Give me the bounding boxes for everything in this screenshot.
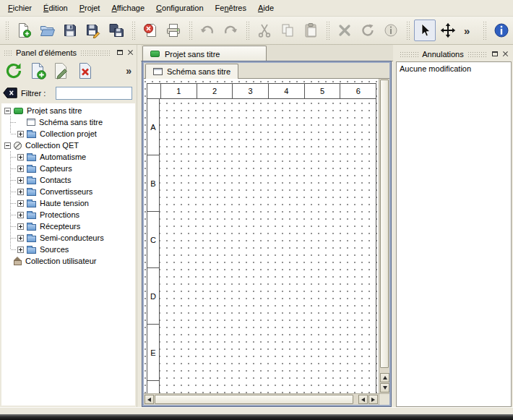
column-header-label: 3: [232, 84, 268, 98]
undo-panel-titlebar[interactable]: Annulations: [397, 48, 510, 59]
move-mode-button[interactable]: [437, 20, 459, 41]
save-as-button[interactable]: [82, 20, 104, 41]
tree-expander-plus-icon[interactable]: [17, 166, 24, 172]
diagram-canvas[interactable]: 123456 ABCDE: [144, 79, 379, 393]
row-header-label: C: [147, 212, 159, 268]
menu-edition[interactable]: Édition: [38, 0, 74, 16]
toolbar-drag-handle[interactable]: [5, 21, 9, 40]
copy-button[interactable]: [277, 20, 298, 41]
scroll-up-button[interactable]: [380, 373, 389, 382]
new-document-icon: [16, 22, 32, 38]
redo-button[interactable]: [220, 20, 241, 41]
tree-item-convertisseurs[interactable]: Convertisseurs: [1, 186, 135, 197]
clear-filter-button[interactable]: [3, 87, 17, 98]
filter-input[interactable]: [56, 87, 132, 100]
toolbar-drag-handle[interactable]: [406, 21, 410, 40]
tree-expander-plus-icon[interactable]: [17, 189, 24, 195]
horizontal-scrollbar-thumb[interactable]: [155, 395, 353, 404]
vertical-scrollbar-thumb[interactable]: [380, 80, 389, 368]
tree-expander-plus-icon[interactable]: [17, 177, 24, 184]
tree-item-projet-sans-titre[interactable]: Projet sans titre: [1, 105, 135, 116]
tree-item-haute-tension[interactable]: Haute tension: [1, 197, 135, 209]
paste-button[interactable]: [300, 20, 322, 41]
horizontal-scrollbar[interactable]: [144, 393, 379, 405]
print-button[interactable]: [163, 20, 184, 41]
tree-expander-plus-icon[interactable]: [17, 131, 24, 137]
about-info-button[interactable]: [491, 20, 512, 41]
close-file-button[interactable]: [139, 20, 161, 41]
tree-item-collection-qet[interactable]: Collection QET: [1, 140, 135, 151]
scroll-down-button[interactable]: [380, 383, 389, 393]
float-icon: [492, 51, 498, 56]
cut-button[interactable]: [254, 20, 275, 41]
tree-item-collection-projet[interactable]: Collection projet: [1, 128, 135, 140]
column-header-label: 1: [160, 84, 197, 98]
menu-projet[interactable]: Projet: [74, 0, 106, 16]
dock-float-button[interactable]: [115, 48, 124, 57]
scroll-right-button[interactable]: [368, 395, 378, 404]
toolbar-drag-handle[interactable]: [132, 21, 135, 40]
menu-fenetres[interactable]: Fenêtres: [210, 0, 252, 16]
new-document-button[interactable]: [13, 20, 35, 41]
toolbar-drag-handle[interactable]: [189, 21, 192, 40]
save-button[interactable]: [59, 20, 81, 41]
undo-button[interactable]: [197, 20, 218, 41]
delete-element-button[interactable]: [74, 60, 96, 82]
tree-expander-minus-icon[interactable]: [4, 142, 11, 149]
rotate-button[interactable]: [357, 20, 379, 41]
select-mode-button[interactable]: [414, 20, 436, 41]
schema-icon: [153, 68, 163, 75]
menu-affichage[interactable]: Affichage: [105, 0, 150, 16]
scroll-left-button-2[interactable]: [358, 395, 368, 404]
menu-aide[interactable]: Aide: [252, 0, 280, 16]
open-document-button[interactable]: [36, 20, 58, 41]
dock-float-button[interactable]: [490, 49, 499, 59]
tree-item-protections[interactable]: Protections: [1, 209, 135, 220]
element-infos-button[interactable]: [380, 20, 402, 41]
status-bar: [0, 407, 513, 414]
tree-expander-plus-icon[interactable]: [17, 223, 24, 230]
toolbar-overflow-chevron[interactable]: »: [461, 25, 473, 37]
reload-collections-button[interactable]: [3, 60, 25, 82]
toolbar-drag-handle[interactable]: [483, 21, 486, 40]
tree-expander-minus-icon[interactable]: [4, 108, 11, 114]
scrollbar-track[interactable]: [354, 395, 358, 404]
dock-close-button[interactable]: [126, 48, 135, 57]
scrollbar-track[interactable]: [380, 369, 389, 372]
column-header-label: 6: [340, 84, 376, 98]
tree-item-contacts[interactable]: Contacts: [1, 174, 135, 186]
panel-overflow-chevron[interactable]: »: [124, 65, 134, 77]
scroll-left-button[interactable]: [145, 395, 154, 404]
vertical-scrollbar[interactable]: [379, 79, 389, 393]
tree-item-recepteurs[interactable]: Récepteurs: [1, 220, 135, 232]
tree-expander-plus-icon[interactable]: [17, 235, 24, 241]
toolbar-drag-handle[interactable]: [326, 21, 329, 40]
element-tree[interactable]: Projet sans titreSchéma sans titreCollec…: [1, 103, 135, 406]
tree-item-schema-sans-titre[interactable]: Schéma sans titre: [1, 116, 135, 128]
menu-configuration[interactable]: Configuration: [150, 0, 209, 16]
tree-item-sources[interactable]: Sources: [1, 244, 135, 255]
tree-item-collection-utilisateur[interactable]: Collection utilisateur: [1, 255, 135, 267]
tree-item-semi-conducteurs[interactable]: Semi-conducteurs: [1, 232, 135, 244]
tree-item-capteurs[interactable]: Capteurs: [1, 163, 135, 174]
elements-panel-titlebar[interactable]: Panel d'éléments: [1, 47, 135, 58]
menu-fichier[interactable]: Fichier: [2, 0, 38, 16]
tab-projet-sans-titre[interactable]: Projet sans titre: [142, 46, 267, 61]
tree-item-label: Protections: [37, 210, 79, 219]
dock-handle-dots: [4, 49, 12, 56]
dock-close-button[interactable]: [501, 49, 510, 59]
edit-element-button[interactable]: [51, 60, 72, 82]
project-icon: [150, 51, 160, 57]
tree-expander-plus-icon[interactable]: [17, 154, 24, 160]
tab-schema-sans-titre[interactable]: Schéma sans titre: [145, 64, 238, 79]
tree-item-automatisme[interactable]: Automatisme: [1, 151, 135, 163]
tree-item-label: Haute tension: [37, 199, 89, 207]
undo-list[interactable]: Aucune modification: [396, 61, 512, 407]
new-element-button[interactable]: [27, 60, 48, 82]
save-all-button[interactable]: [105, 20, 127, 41]
tree-expander-plus-icon[interactable]: [17, 247, 24, 253]
tree-expander-plus-icon[interactable]: [17, 200, 24, 207]
delete-button[interactable]: [334, 20, 355, 41]
tree-expander-plus-icon[interactable]: [17, 212, 24, 218]
toolbar-drag-handle[interactable]: [246, 21, 249, 40]
